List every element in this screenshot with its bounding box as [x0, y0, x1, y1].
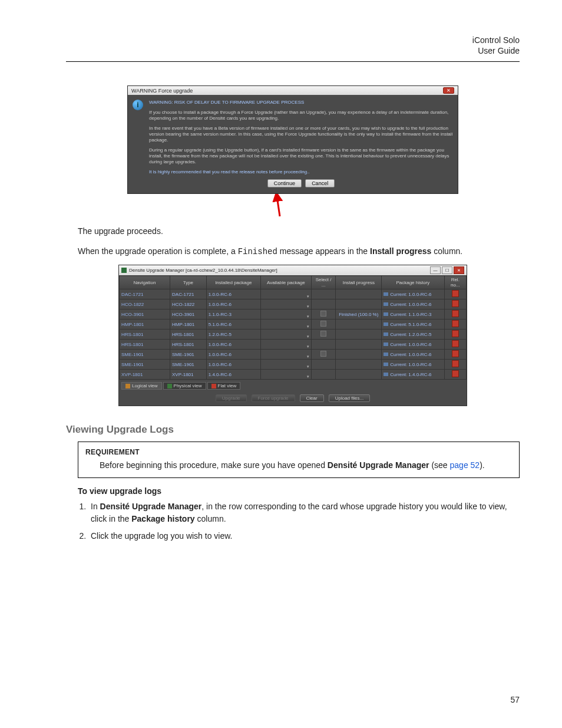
page-link[interactable]: page 52: [450, 460, 480, 470]
info-icon: i: [133, 100, 143, 110]
table-row[interactable]: XVP-1801XVP-18011.4.0-RC-6Current: 1.4.0…: [120, 370, 467, 380]
checkbox-icon[interactable]: [320, 351, 326, 357]
red-arrow-annotation: [128, 197, 458, 218]
upgrade-button: Upgrade: [216, 394, 247, 402]
table-row[interactable]: HCO-3901HCO-39011.1.0-RC-3Finished (100.…: [120, 309, 467, 319]
pdf-icon[interactable]: [452, 370, 459, 377]
header-doc: User Guide: [66, 46, 520, 55]
table-row[interactable]: HRS-1801HRS-18011.0.0-RC-6Current: 1.0.0…: [120, 340, 467, 350]
cancel-button[interactable]: Cancel: [305, 179, 335, 187]
header-product: iControl Solo: [66, 35, 520, 45]
warning-title: WARNING Force upgrade: [131, 88, 193, 94]
upgrade-table: NavigationTypeInstalled packageAvailable…: [119, 275, 467, 380]
requirement-label: REQUIREMENT: [85, 448, 512, 456]
step-1: In Densité Upgrade Manager, in the row c…: [88, 500, 520, 525]
pdf-icon[interactable]: [452, 300, 459, 307]
col-header[interactable]: Type: [170, 276, 207, 289]
table-row[interactable]: HCO-1822HCO-18221.0.0-RC-6Current: 1.0.0…: [120, 299, 467, 309]
procedure-heading: To view upgrade logs: [78, 486, 520, 496]
page-number: 57: [510, 695, 520, 704]
pdf-icon[interactable]: [452, 340, 459, 347]
manager-title: Densite Upgrade Manager [ca-rd-cchew2_10…: [129, 268, 277, 273]
checkbox-icon[interactable]: [320, 311, 326, 317]
col-header[interactable]: Install progress: [336, 276, 382, 289]
close-icon[interactable]: ✕: [443, 87, 454, 94]
history-icon: [384, 292, 388, 296]
upload-files-button[interactable]: Upload files...: [329, 394, 370, 402]
tab-physical[interactable]: Physical view: [163, 382, 206, 390]
checkbox-icon[interactable]: [320, 331, 326, 337]
table-row[interactable]: SME-1901SME-19011.0.0-RC-6Current: 1.0.0…: [120, 360, 467, 370]
history-icon: [384, 302, 388, 306]
history-icon: [384, 363, 388, 366]
requirement-body: Before beginning this procedure, make su…: [100, 460, 512, 472]
requirement-box: REQUIREMENT Before beginning this proced…: [78, 442, 520, 478]
text-complete: When the upgrade operation is complete, …: [78, 246, 520, 258]
force-upgrade-button: Force upgrade: [252, 394, 295, 402]
pdf-icon[interactable]: [452, 330, 459, 337]
col-header[interactable]: Select / ...: [311, 276, 335, 289]
history-icon: [384, 322, 388, 326]
col-header[interactable]: Installed package: [206, 276, 260, 289]
history-icon: [384, 312, 388, 316]
text-proceeds: The upgrade proceeds.: [78, 226, 520, 238]
col-header[interactable]: Available package: [260, 276, 311, 289]
warning-p1: If you choose to install a package throu…: [149, 110, 453, 121]
section-heading: Viewing Upgrade Logs: [66, 424, 520, 436]
minimize-icon[interactable]: —: [430, 266, 441, 274]
continue-button[interactable]: Continue: [267, 179, 302, 187]
pdf-icon[interactable]: [452, 360, 459, 367]
close-icon[interactable]: ✕: [454, 266, 464, 274]
warning-heading: WARNING: RISK OF DELAY DUE TO FIRMWARE U…: [149, 100, 453, 106]
maximize-icon[interactable]: ☐: [442, 266, 452, 274]
upgrade-manager-window: Densite Upgrade Manager [ca-rd-cchew2_10…: [118, 265, 467, 406]
history-icon: [384, 353, 388, 356]
history-icon: [384, 342, 388, 346]
header-rule: [66, 61, 520, 62]
app-icon: [121, 268, 127, 273]
warning-dialog: WARNING Force upgrade ✕ i WARNING: RISK …: [127, 85, 458, 194]
clear-button[interactable]: Clear: [300, 394, 324, 402]
pdf-icon[interactable]: [452, 320, 459, 327]
history-icon: [384, 332, 388, 336]
table-row[interactable]: DAC-1721DAC-17211.0.0-RC-6Current: 1.0.0…: [120, 289, 467, 299]
history-icon: [384, 373, 388, 376]
pdf-icon[interactable]: [452, 350, 459, 357]
table-row[interactable]: SME-1901SME-19011.0.0-RC-6Current: 1.0.0…: [120, 350, 467, 360]
checkbox-icon[interactable]: [320, 321, 326, 327]
step-2: Click the upgrade log you wish to view.: [88, 530, 520, 542]
warning-p4: It is highly recommended that you read t…: [149, 169, 453, 175]
tab-logical[interactable]: Logical view: [121, 382, 162, 390]
warning-p2: In the rare event that you have a Beta v…: [149, 126, 453, 143]
pdf-icon[interactable]: [452, 290, 459, 297]
col-header[interactable]: Rel. no...: [444, 276, 467, 289]
tab-flat[interactable]: Flat view: [207, 382, 241, 390]
svg-line-0: [277, 196, 280, 216]
warning-p3: During a regular upgrade (using the Upgr…: [149, 147, 453, 165]
col-header[interactable]: Navigation: [120, 276, 170, 289]
pdf-icon[interactable]: [452, 310, 459, 317]
table-row[interactable]: HMP-1801HMP-18015.1.0-RC-6Current: 5.1.0…: [120, 319, 467, 330]
col-header[interactable]: Package history: [382, 276, 444, 289]
table-row[interactable]: HRS-1801HRS-18011.2.0-RC-5Current: 1.2.0…: [120, 330, 467, 340]
